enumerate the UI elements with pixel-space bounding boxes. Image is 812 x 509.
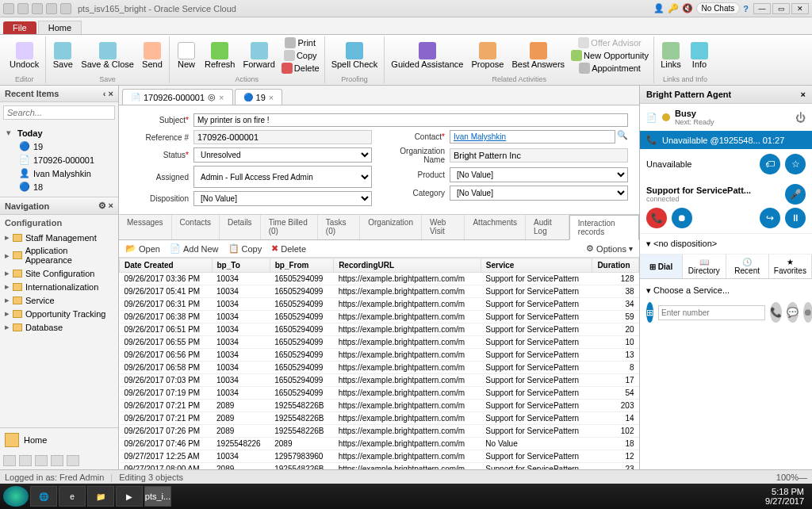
contact-input[interactable] xyxy=(450,130,615,144)
nav-item[interactable]: ▸Database xyxy=(3,320,115,334)
detail-tab[interactable]: Tasks (0) xyxy=(318,215,360,239)
taskbar-explorer[interactable]: 📁 xyxy=(87,486,114,507)
no-chats-chip[interactable]: No Chats xyxy=(696,2,741,14)
nav-item[interactable]: ▸Staff Management xyxy=(3,231,115,244)
column-header[interactable]: bp_From xyxy=(270,258,333,273)
table-row[interactable]: 09/26/2017 06:58 PM1003416505294099https… xyxy=(120,362,639,374)
status-select[interactable]: Unresolved xyxy=(193,147,372,163)
home-nav[interactable]: Home xyxy=(0,427,118,452)
guided-assistance-button[interactable]: Guided Assistance xyxy=(388,36,466,75)
add-new-button[interactable]: 📄Add New xyxy=(170,243,219,254)
chat-button[interactable]: 💬 xyxy=(787,302,799,323)
agent-tab[interactable]: 🕓 Recent xyxy=(726,254,769,278)
nav-footer-icon[interactable] xyxy=(51,455,63,466)
table-row[interactable]: 09/26/2017 06:51 PM1003416505294099https… xyxy=(120,323,639,336)
detail-tab[interactable]: Messages xyxy=(119,215,172,239)
hangup-button[interactable]: 📞 xyxy=(646,208,667,228)
taskbar-chrome[interactable]: 🌐 xyxy=(30,486,57,507)
workspace-tab[interactable]: 📄170926-000001◎× xyxy=(122,89,233,105)
table-row[interactable]: 09/26/2017 07:26 PM20891925548226Bhttps:… xyxy=(120,425,639,438)
open-button[interactable]: 📂Open xyxy=(125,243,160,254)
choose-service[interactable]: ▾ Choose a Service... xyxy=(646,285,806,296)
send-button[interactable]: Send xyxy=(139,36,166,75)
maximize-button[interactable]: ▭ xyxy=(772,3,790,14)
detail-tab[interactable]: Details xyxy=(220,215,261,239)
nav-footer-icon[interactable] xyxy=(35,455,48,466)
table-row[interactable]: 09/27/2017 12:25 AM1003412957983960https… xyxy=(120,450,639,463)
tab-close-icon[interactable]: × xyxy=(269,93,274,102)
taskbar-media[interactable]: ▶ xyxy=(116,486,143,507)
category-select[interactable]: [No Value] xyxy=(450,186,628,201)
links-button[interactable]: Links xyxy=(657,36,684,75)
nav-footer-icon[interactable] xyxy=(3,455,16,466)
agent-tab[interactable]: 📖 Directory xyxy=(683,254,726,278)
assigned-select[interactable]: Admin - Full Access Fred Admin xyxy=(193,166,372,188)
recent-item[interactable]: 📄170926-000001 xyxy=(6,153,112,166)
number-input[interactable] xyxy=(658,305,765,320)
disposition-select[interactable]: [No Value] xyxy=(193,191,372,206)
record-button[interactable]: ⏺ xyxy=(672,208,692,228)
nav-item[interactable]: ▸Application Appearance xyxy=(3,244,115,266)
column-header[interactable]: bp_To xyxy=(212,258,270,273)
detail-tab[interactable]: Interaction records xyxy=(569,215,639,240)
file-menu[interactable]: File xyxy=(3,21,36,34)
recent-search-input[interactable] xyxy=(3,105,115,120)
table-row[interactable]: 09/26/2017 06:38 PM1003416505294099https… xyxy=(120,311,639,323)
table-row[interactable]: 09/26/2017 06:31 PM1003416505294099https… xyxy=(120,298,639,311)
save-button[interactable]: Save xyxy=(49,36,76,75)
home-tab[interactable]: Home xyxy=(38,21,82,34)
qat-icon[interactable] xyxy=(60,3,71,14)
appointment-button[interactable]: Appointment xyxy=(569,62,650,75)
product-select[interactable]: [No Value] xyxy=(450,167,628,182)
active-call-bar[interactable]: 📞Unavailable @1925548... 01:27 xyxy=(640,131,812,149)
column-header[interactable]: Duration xyxy=(592,258,639,273)
dialpad-button[interactable]: ⊞ xyxy=(646,302,653,323)
detail-tab[interactable]: Audit Log xyxy=(526,215,569,239)
table-row[interactable]: 09/26/2017 06:56 PM1003416505294099https… xyxy=(120,349,639,362)
info-button[interactable]: Info xyxy=(686,36,713,75)
table-row[interactable]: 09/26/2017 07:03 PM1003416505294099https… xyxy=(120,374,639,387)
print-button[interactable]: Print xyxy=(280,36,321,49)
voicemail-button[interactable]: ⏺ xyxy=(803,302,812,323)
detail-tab[interactable]: Time Billed (0) xyxy=(261,215,318,239)
recent-item[interactable]: 👤Ivan Malyshkin xyxy=(6,166,112,180)
table-row[interactable]: 09/26/2017 05:41 PM1003416505294099https… xyxy=(120,285,639,298)
transfer-button[interactable]: ↪ xyxy=(760,208,780,228)
detail-tab[interactable]: Contacts xyxy=(172,215,220,239)
delete-button[interactable]: Delete xyxy=(280,62,321,75)
nav-item[interactable]: ▸Site Configuration xyxy=(3,266,115,280)
offer-advisor-button[interactable]: Offer Advisor xyxy=(569,36,650,49)
table-row[interactable]: 09/26/2017 07:46 PM19255482262089https:/… xyxy=(120,438,639,450)
taskbar-app[interactable]: pts_i... xyxy=(144,486,171,507)
column-header[interactable]: RecordingURL xyxy=(334,258,481,273)
taskbar-ie[interactable]: e xyxy=(59,486,86,507)
copy-button[interactable]: 📋Copy xyxy=(228,243,262,254)
workspace-tab[interactable]: 🔵19× xyxy=(235,89,283,105)
table-row[interactable]: 09/26/2017 03:36 PM1003416505294099https… xyxy=(120,273,639,285)
tab-close-icon[interactable]: × xyxy=(219,93,224,102)
new-opportunity-button[interactable]: New Opportunity xyxy=(569,49,650,62)
system-clock[interactable]: 5:18 PM 9/27/2017 xyxy=(760,487,809,506)
table-row[interactable]: 09/26/2017 07:19 PM1003416505294099https… xyxy=(120,387,639,400)
new-button[interactable]: New xyxy=(173,36,200,75)
mic-button[interactable]: 🎤 xyxy=(785,184,806,205)
panel-controls[interactable]: ‹ × xyxy=(103,89,113,98)
mute-icon[interactable]: 🔇 xyxy=(682,3,693,13)
nav-footer-icon[interactable] xyxy=(19,455,32,466)
minimize-button[interactable]: — xyxy=(753,3,771,14)
nav-item[interactable]: ▸Opportunity Tracking xyxy=(3,307,115,320)
start-button[interactable] xyxy=(3,486,29,507)
panel-controls[interactable]: ⚙ × xyxy=(98,201,113,211)
zoom-slider[interactable]: — xyxy=(799,473,807,482)
user-icon[interactable]: 👤 xyxy=(653,3,665,13)
detail-tab[interactable]: Organization xyxy=(360,215,422,239)
recent-item[interactable]: 🔵19 xyxy=(6,140,112,153)
agent-tab[interactable]: ★ Favorites xyxy=(769,254,812,278)
spellcheck-button[interactable]: Spell Check xyxy=(328,36,381,75)
detail-tab[interactable]: Attachments xyxy=(465,215,526,239)
nav-item[interactable]: ▸Internationalization xyxy=(3,280,115,293)
propose-button[interactable]: Propose xyxy=(468,36,507,75)
agent-tab[interactable]: ⊞ Dial xyxy=(640,254,683,278)
close-button[interactable]: ✕ xyxy=(791,3,809,14)
table-row[interactable]: 09/26/2017 06:55 PM1003416505294099https… xyxy=(120,336,639,349)
